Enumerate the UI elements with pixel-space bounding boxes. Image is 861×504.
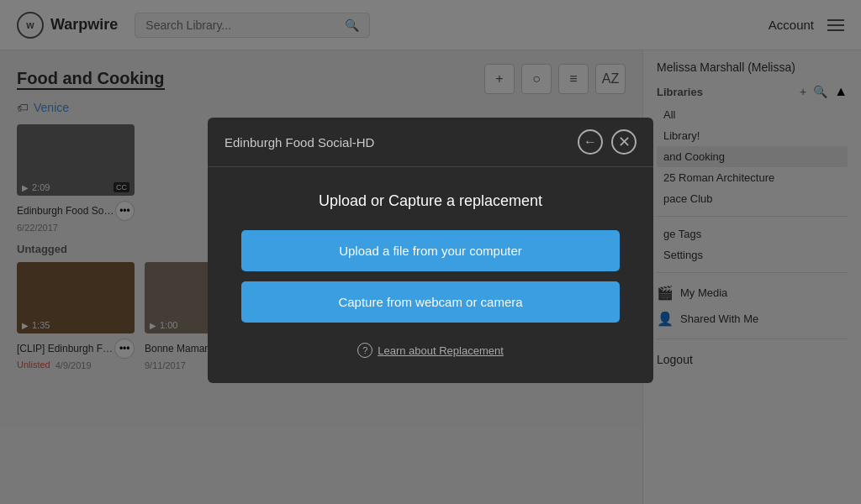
- learn-replacement-link[interactable]: Learn about Replacement: [378, 344, 504, 357]
- modal-heading: Upload or Capture a replacement: [241, 192, 620, 210]
- modal-header-buttons: ← ✕: [578, 129, 637, 155]
- upload-file-button[interactable]: Upload a file from your computer: [241, 230, 620, 271]
- replacement-modal: Edinburgh Food Social-HD ← ✕ Upload or C…: [208, 118, 653, 383]
- modal-close-button[interactable]: ✕: [611, 129, 637, 155]
- capture-webcam-button[interactable]: Capture from webcam or camera: [241, 281, 620, 323]
- modal-header: Edinburgh Food Social-HD ← ✕: [208, 118, 653, 167]
- modal-body: Upload or Capture a replacement Upload a…: [208, 167, 653, 383]
- help-icon: ?: [357, 343, 372, 358]
- modal-overlay[interactable]: Edinburgh Food Social-HD ← ✕ Upload or C…: [0, 0, 861, 504]
- learn-replacement: ? Learn about Replacement: [241, 343, 620, 358]
- modal-back-button[interactable]: ←: [578, 129, 603, 155]
- modal-title: Edinburgh Food Social-HD: [224, 135, 374, 150]
